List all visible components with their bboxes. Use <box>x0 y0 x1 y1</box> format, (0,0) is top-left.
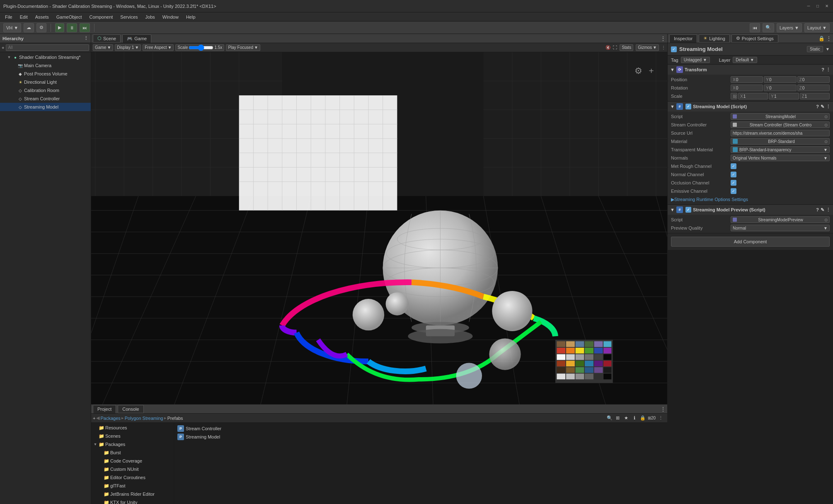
aspect-dropdown[interactable]: Free Aspect ▼ <box>143 44 174 51</box>
layers-dropdown[interactable]: Layers ▼ <box>777 23 802 32</box>
static-badge[interactable]: Static <box>807 46 823 52</box>
info-icon[interactable]: ℹ <box>631 414 638 421</box>
close-button[interactable]: ✕ <box>824 3 830 9</box>
tree-item-cal-room[interactable]: ◇ Calibration Room <box>0 86 91 94</box>
inspector-tab[interactable]: Inspector <box>669 34 697 43</box>
proj-custom-nunit[interactable]: 📁 Custom NUnit <box>91 465 174 473</box>
transform-menu[interactable]: ⋮ <box>826 67 831 73</box>
menu-assets[interactable]: Assets <box>32 14 52 20</box>
breadcrumb-polygon[interactable]: Polygon Streaming <box>125 416 163 421</box>
material-ref[interactable]: BRP-Standard ⊙ <box>731 138 830 145</box>
sms-help[interactable]: ? <box>816 104 819 109</box>
play-focused-dropdown[interactable]: Play Focused ▼ <box>226 44 260 51</box>
script-ref-target[interactable]: ⊙ <box>824 114 828 119</box>
tree-item-main-camera[interactable]: 📷 Main Camera <box>0 61 91 70</box>
hierarchy-search[interactable] <box>6 44 89 51</box>
inspector-menu[interactable]: ⋮ <box>826 36 831 41</box>
toolbar-dots[interactable]: ⋮ <box>661 45 666 50</box>
proj-resources[interactable]: 📁 Resources <box>91 424 174 432</box>
rot-x-field[interactable]: X 0 <box>731 85 763 91</box>
scene-tab[interactable]: ⬡ Scene <box>93 34 121 43</box>
preview-quality-dropdown[interactable]: Normal ▼ <box>731 225 830 231</box>
emissive-channel-checkbox[interactable]: ✓ <box>731 188 736 194</box>
project-settings-tab[interactable]: ⚙ Project Settings <box>731 34 778 43</box>
file-streaming-model[interactable]: P Streaming Model <box>176 433 666 441</box>
rot-y-field[interactable]: Y 0 <box>764 85 796 91</box>
proj-gltfast[interactable]: 📁 glTFast <box>91 482 174 490</box>
scale-dropdown[interactable]: Scale 1.5x <box>175 44 224 51</box>
game-tab[interactable]: 🎮 Game <box>122 34 151 43</box>
cloud-btn[interactable]: ☁ <box>24 23 34 32</box>
game-display-dropdown[interactable]: Game ▼ <box>93 44 113 51</box>
sms-header[interactable]: ▼ # ✓ Streaming Model (Script) ? ✎ ⋮ <box>668 102 833 111</box>
stream-ctrl-ref[interactable]: Stream Controller (Stream Contro ⊙ <box>731 121 830 128</box>
lock-icon[interactable]: 🔒 <box>639 414 646 421</box>
stats-btn[interactable]: Stats <box>620 44 633 51</box>
file-stream-controller[interactable]: P Stream Controller <box>176 424 666 433</box>
console-tab[interactable]: Console <box>118 405 143 413</box>
step-button[interactable]: ⏭ <box>80 23 90 32</box>
vh-dropdown[interactable]: VH ▼ <box>3 23 21 32</box>
hierarchy-menu[interactable]: ⋮ <box>84 36 88 41</box>
transform-header[interactable]: ▼ ⟳ Transform ? ⋮ <box>668 65 833 75</box>
source-url-field[interactable]: https://stream.viverse.com/demos/sha <box>731 130 830 136</box>
search-btn[interactable]: 🔍 <box>763 23 774 32</box>
proj-ktx[interactable]: 📁 KTX for Unity <box>91 498 174 504</box>
smp-enabled[interactable]: ✓ <box>685 207 691 213</box>
sms-menu[interactable]: ⋮ <box>826 104 831 109</box>
smp-menu[interactable]: ⋮ <box>826 207 831 213</box>
minimize-button[interactable]: ─ <box>806 3 811 9</box>
menu-services[interactable]: Services <box>117 14 141 20</box>
scale-y-field[interactable]: Y 1 <box>769 93 799 99</box>
menu-component[interactable]: Component <box>86 14 116 20</box>
material-target[interactable]: ⊙ <box>824 139 828 144</box>
settings-btn[interactable]: ⚙ <box>36 23 46 32</box>
proj-burst[interactable]: 📁 Burst <box>91 448 174 457</box>
proj-jetbrains[interactable]: 📁 JetBrains Rider Editor <box>91 490 174 498</box>
breadcrumb-packages[interactable]: Packages <box>100 416 120 421</box>
met-rough-checkbox[interactable]: ✓ <box>731 163 736 169</box>
add-component-button[interactable]: Add Component <box>671 237 830 247</box>
occlusion-channel-checkbox[interactable]: ✓ <box>731 180 736 186</box>
smp-edit[interactable]: ✎ <box>821 207 824 213</box>
bottom-tab-menu[interactable]: ⋮ <box>661 406 666 412</box>
maximize-button[interactable]: □ <box>815 3 821 9</box>
script-ref[interactable]: StreamingModel ⊙ <box>731 113 830 120</box>
pos-x-field[interactable]: X 0 <box>731 76 763 83</box>
proj-packages[interactable]: ▼ 📁 Packages <box>91 440 174 448</box>
proj-code-coverage[interactable]: 📁 Code Coverage <box>91 457 174 465</box>
lighting-tab[interactable]: ☀ Lighting <box>699 34 730 43</box>
play-button[interactable]: ▶ <box>55 23 64 32</box>
menu-gameobject[interactable]: GameObject <box>53 14 85 20</box>
mute-btn[interactable]: 🔇 <box>605 45 610 50</box>
undo-history-btn[interactable]: ⏮ <box>750 23 760 32</box>
fav-icon[interactable]: ★ <box>623 414 630 421</box>
stream-ctrl-target[interactable]: ⊙ <box>824 123 828 127</box>
scale-x-field[interactable]: X 1 <box>738 93 768 99</box>
menu-edit[interactable]: Edit <box>17 14 31 20</box>
gizmos-dropdown[interactable]: Gizmos ▼ <box>636 44 659 51</box>
project-tab[interactable]: Project <box>93 405 116 413</box>
tree-item-streaming-model[interactable]: ◇ Streaming Model <box>0 103 91 111</box>
menu-file[interactable]: File <box>2 14 16 20</box>
layout-dropdown[interactable]: Layout ▼ <box>804 23 830 32</box>
tabs-menu-btn[interactable]: ⋮ <box>661 36 666 41</box>
sms-edit[interactable]: ✎ <box>821 104 824 109</box>
smp-script-ref[interactable]: StreamingModelPreview ⊙ <box>731 216 830 223</box>
pos-y-field[interactable]: Y 0 <box>764 76 796 83</box>
tree-item-scene[interactable]: ▼ ● Shader Calibration Streaming* <box>0 53 91 61</box>
sms-enabled[interactable]: ✓ <box>685 104 691 109</box>
proj-editor-coroutines[interactable]: 📁 Editor Coroutines <box>91 473 174 482</box>
rot-z-field[interactable]: Z 0 <box>797 85 830 91</box>
menu-help[interactable]: Help <box>183 14 199 20</box>
maximize-btn[interactable]: ⛶ <box>613 45 617 50</box>
dots-bottom[interactable]: ⋮ <box>657 414 664 421</box>
scale-z-field[interactable]: Z 1 <box>800 93 830 99</box>
menu-window[interactable]: Window <box>159 14 182 20</box>
static-dropdown[interactable]: ▼ <box>826 47 830 51</box>
scale-lock[interactable]: ⛓ <box>731 93 737 99</box>
layer-dropdown[interactable]: Default ▼ <box>733 57 757 63</box>
tree-item-stream-ctrl[interactable]: ◇ Stream Controller <box>0 94 91 103</box>
streaming-options-row[interactable]: ▶ Streaming Runtime Options Settings <box>668 195 833 204</box>
proj-scenes[interactable]: 📁 Scenes <box>91 432 174 440</box>
